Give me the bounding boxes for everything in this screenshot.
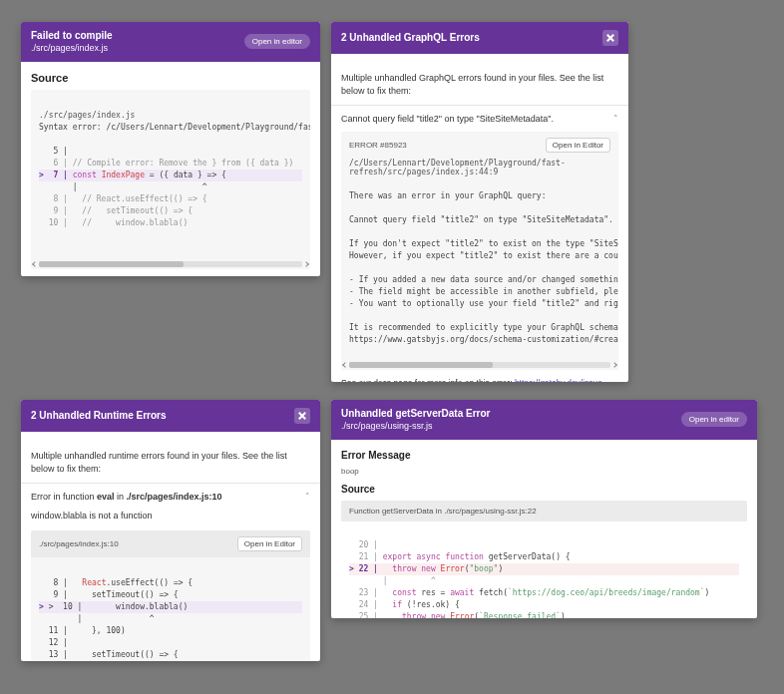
accordion-label: Error in function eval in ./src/pages/in… [31,492,222,502]
panel-subtitle: ./src/pages/using-ssr.js [341,421,491,432]
function-path: Function getServerData in ./src/pages/us… [349,507,537,516]
error-message: boop [341,467,747,476]
file-path: ./src/pages/index.js:10 [39,539,119,548]
chevron-up-icon: ˄ [613,114,618,124]
docs-text: See our docs page for more info on this … [341,378,618,382]
error-body: There was an error in your GraphQL query… [341,182,618,360]
panel-title: 2 Unhandled GraphQL Errors [341,32,480,44]
intro-text: Multiple unhandled GraphQL errors found … [331,72,628,105]
panel-header: Failed to compile ./src/pages/index.js O… [21,22,320,62]
error-code: ERROR #85923 [349,141,407,150]
error-message-heading: Error Message [341,450,747,461]
intro-text: Multiple unhandled runtime errors found … [21,450,320,483]
accordion-content: window.blabla is not a function ./src/pa… [21,510,320,661]
horizontal-scrollbar[interactable] [349,362,610,368]
panel-title: 2 Unhandled Runtime Errors [31,410,167,422]
panel-header: Unhandled getServerData Error ./src/page… [331,400,757,440]
panel-header: 2 Unhandled Runtime Errors [21,400,320,432]
panel-header: 2 Unhandled GraphQL Errors [331,22,628,54]
close-icon [606,34,614,42]
chevron-up-icon: ˄ [305,492,310,502]
error-message: window.blabla is not a function [31,510,310,522]
close-button[interactable] [602,30,618,46]
accordion-label: Cannot query field "title2" on type "Sit… [341,114,554,124]
open-in-editor-button[interactable]: Open in Editor [237,536,302,551]
close-button[interactable] [294,408,310,424]
close-icon [298,412,306,420]
panel-title: Failed to compile [31,30,113,42]
horizontal-scrollbar[interactable] [39,261,302,267]
open-in-editor-button[interactable]: Open in editor [681,412,747,427]
graphql-error-panel: 2 Unhandled GraphQL Errors Multiple unha… [331,22,628,382]
code-block: 20 | 21 | export async function getServe… [341,521,747,618]
file-path: /c/Users/Lennart/Development/Playground/… [341,159,618,182]
accordion-content: ERROR #85923 Open in Editor /c/Users/Len… [331,132,628,382]
panel-subtitle: ./src/pages/index.js [31,43,113,54]
accordion-item-1[interactable]: Error in function eval in ./src/pages/in… [21,483,320,510]
code-block: 8 | React.useEffect(() => { 9 | setTimeo… [31,557,310,661]
source-heading: Source [341,484,747,495]
panel-title: Unhandled getServerData Error [341,408,491,420]
open-in-editor-button[interactable]: Open in editor [244,34,310,49]
runtime-error-panel: 2 Unhandled Runtime Errors Multiple unha… [21,400,320,661]
code-block: ./src/pages/index.js Syntax error: /c/Us… [31,90,310,269]
ssr-error-panel: Unhandled getServerData Error ./src/page… [331,400,757,618]
source-heading: Source [31,72,310,84]
accordion-item-1[interactable]: Cannot query field "title2" on type "Sit… [331,105,628,132]
open-in-editor-button[interactable]: Open in Editor [546,138,610,153]
compile-error-panel: Failed to compile ./src/pages/index.js O… [21,22,320,276]
